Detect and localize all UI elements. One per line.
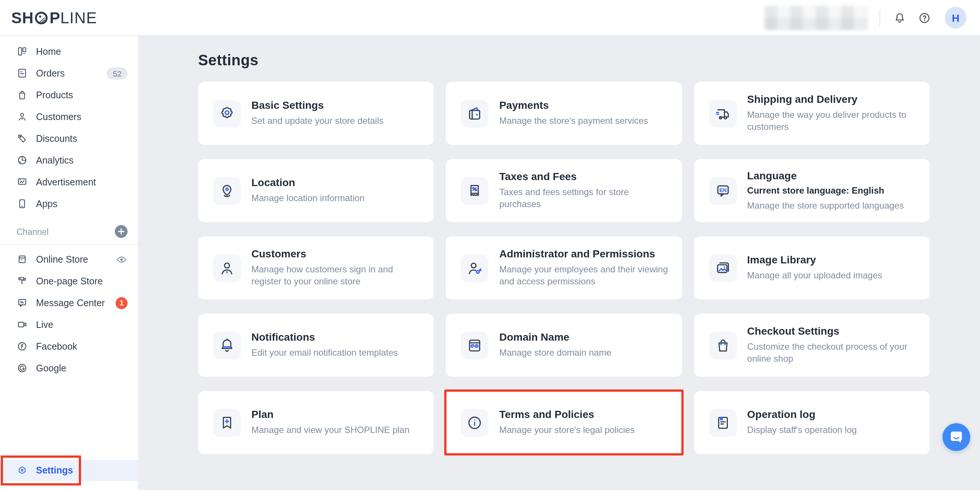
settings-card-image-library[interactable]: Image LibraryManage all your uploaded im… (694, 236, 930, 299)
logo-text: P (49, 9, 60, 27)
sidebar-item-settings[interactable]: Settings (0, 460, 138, 481)
help-icon (918, 11, 931, 24)
card-icon-tile (213, 99, 241, 127)
settings-card-payments[interactable]: PaymentsManage the store's payment servi… (446, 82, 682, 145)
products-icon (16, 89, 28, 100)
redacted-store-name (765, 6, 867, 30)
google-icon (16, 363, 28, 374)
card-text: LocationManage location information (251, 177, 366, 205)
card-title: Checkout Settings (747, 325, 916, 338)
advertisement-icon (16, 177, 28, 188)
settings-card-domain-name[interactable]: Domain NameManage store domain name (446, 313, 682, 377)
settings-card-language[interactable]: ENLanguageCurrent store language: Englis… (694, 159, 930, 222)
facebook-icon (16, 340, 28, 352)
notifications-button[interactable] (893, 11, 907, 24)
card-description: Manage store domain name (500, 347, 612, 359)
sidebar-item-label: Analytics (36, 155, 73, 165)
sidebar-item-label: Orders (36, 68, 65, 78)
card-icon-tile (461, 177, 489, 204)
card-text: Terms and PoliciesManage your store's le… (500, 409, 636, 437)
header-divider (880, 10, 880, 26)
card-title: Taxes and Fees (500, 170, 668, 183)
sidebar-item-apps[interactable]: Apps (0, 193, 138, 215)
basic-settings-icon (218, 105, 235, 122)
online-store-icon (16, 254, 28, 265)
settings-card-customers[interactable]: CustomersManage how customers sign in an… (198, 236, 434, 299)
settings-card-notifications[interactable]: NotificationsEdit your email notificatio… (198, 313, 434, 377)
card-text: Domain NameManage store domain name (500, 331, 613, 360)
card-title: Basic Settings (251, 99, 383, 112)
sidebar-item-label: Home (36, 46, 61, 57)
chat-launcher[interactable] (942, 423, 970, 451)
settings-card-plan[interactable]: PlanManage and view your SHOPLINE plan (198, 391, 434, 454)
apps-icon (16, 198, 28, 209)
sidebar-item-label: Advertisement (36, 177, 96, 187)
sidebar-item-online-store[interactable]: Online Store (0, 248, 138, 270)
sidebar-item-label: Apps (36, 199, 57, 209)
card-description: Manage location information (251, 192, 365, 204)
card-title: Payments (500, 99, 648, 112)
card-description: Manage the store's payment services (500, 115, 648, 127)
sidebar-item-label: Google (36, 363, 67, 373)
customers-card-icon (218, 259, 235, 277)
sidebar-item-label: Discounts (36, 133, 77, 144)
settings-page: Settings Basic SettingsSet and update yo… (138, 36, 980, 490)
card-description: Taxes and fees settings for store purcha… (500, 186, 668, 211)
card-description: Manage your store's legal policies (500, 424, 635, 436)
settings-card-basic-settings[interactable]: Basic SettingsSet and update your store … (198, 82, 434, 145)
sidebar-item-live[interactable]: Live (0, 313, 138, 336)
card-icon-tile (213, 331, 241, 359)
eye-icon (116, 253, 127, 265)
message-center-icon (16, 297, 28, 309)
sidebar-item-home[interactable]: Home (0, 41, 138, 62)
shopline-logo[interactable]: SH P LINE (11, 9, 97, 27)
card-title: Language (747, 170, 904, 182)
notifications-icon (218, 337, 235, 354)
card-text: CustomersManage how customers sign in an… (251, 248, 422, 288)
settings-card-location[interactable]: LocationManage location information (198, 159, 434, 222)
sidebar-item-orders[interactable]: Orders52 (0, 62, 138, 84)
card-title: Terms and Policies (500, 409, 635, 422)
sidebar-item-message-center[interactable]: Message Center1 (0, 292, 138, 313)
card-icon-tile (213, 409, 241, 436)
sidebar-item-products[interactable]: Products (0, 84, 138, 106)
live-icon (16, 319, 28, 330)
add-channel-button[interactable] (115, 225, 127, 238)
sidebar-item-analytics[interactable]: Analytics (0, 150, 138, 171)
sidebar-item-one-page-store[interactable]: One-page Store (0, 270, 138, 292)
settings-card-operation-log[interactable]: Operation logDisplay staff's operation l… (694, 391, 930, 454)
sidebar-item-label: Customers (36, 111, 81, 122)
avatar[interactable]: H (945, 7, 966, 29)
location-icon (218, 182, 235, 199)
page-title: Settings (198, 52, 930, 69)
language-icon: EN (714, 182, 731, 199)
view-store-button[interactable] (116, 253, 127, 265)
card-title: Operation log (747, 409, 857, 422)
channel-heading: Channel (16, 227, 49, 236)
orders-icon (16, 68, 28, 79)
card-description: Manage the way you deliver products to c… (747, 109, 916, 134)
card-text: NotificationsEdit your email notificatio… (251, 331, 399, 360)
card-text: Operation logDisplay staff's operation l… (747, 409, 858, 437)
settings-card-checkout-settings[interactable]: Checkout SettingsCustomize the checkout … (694, 313, 930, 377)
top-bar: SH P LINE (0, 0, 980, 36)
card-icon-tile (709, 99, 737, 127)
card-text: Checkout SettingsCustomize the checkout … (747, 325, 918, 366)
card-description: Customize the checkout process of your o… (747, 340, 916, 366)
card-title: Location (251, 177, 365, 189)
sidebar-item-advertisement[interactable]: Advertisement (0, 171, 138, 193)
settings-card-shipping-and-delivery[interactable]: Shipping and DeliveryManage the way you … (694, 82, 930, 145)
card-text: PlanManage and view your SHOPLINE plan (251, 409, 411, 437)
card-icon-tile (213, 254, 241, 282)
help-button[interactable] (918, 11, 931, 24)
settings-card-terms-and-policies[interactable]: Terms and PoliciesManage your store's le… (446, 391, 682, 454)
sidebar-item-google[interactable]: Google (0, 357, 138, 379)
settings-card-taxes-and-fees[interactable]: Taxes and FeesTaxes and fees settings fo… (446, 159, 682, 222)
sidebar-item-discounts[interactable]: Discounts (0, 127, 138, 150)
hamster-o-icon (34, 10, 49, 25)
sidebar-item-customers[interactable]: Customers (0, 106, 138, 127)
settings-card-administrator-and-permissions[interactable]: Administrator and PermissionsManage your… (446, 236, 682, 299)
admin-permissions-icon (466, 259, 484, 277)
settings-icon (16, 465, 28, 476)
sidebar-item-facebook[interactable]: Facebook (0, 336, 138, 357)
